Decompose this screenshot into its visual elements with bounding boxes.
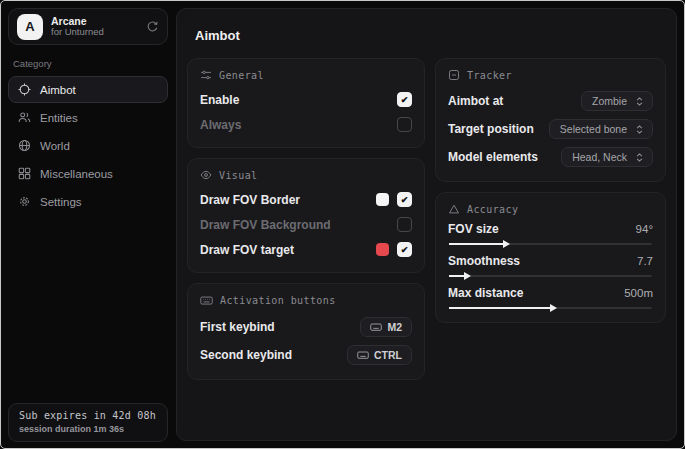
setting-label: First keybind [200,320,275,334]
aimbot-at-select[interactable]: Zombie [581,91,653,111]
slider-value: 500m [624,287,653,299]
logo-card: A Arcane for Unturned [8,8,168,45]
card-header-label: General [219,70,264,81]
app-logo: A [17,14,43,40]
setting-label: Target position [448,122,534,136]
subscription-expiry: Sub expires in 42d 08h [19,410,157,421]
subscription-card: Sub expires in 42d 08h session duration … [8,403,168,442]
users-icon [18,111,31,124]
max-distance-slider[interactable] [449,307,652,309]
sidebar-item-label: World [40,140,70,152]
unfold-icon [634,96,645,107]
setting-label: FOV size [448,222,499,236]
setting-row-max-distance: Max distance 500m [448,286,653,309]
sync-icon[interactable] [146,20,159,33]
setting-row-smoothness: Smoothness 7.7 [448,254,653,277]
setting-label: Max distance [448,286,523,300]
eye-icon [200,169,212,181]
crosshair-icon [18,83,31,96]
slider-thumb[interactable] [503,240,510,248]
setting-label: Draw FOV Border [200,193,300,207]
keyboard-icon [200,294,213,307]
setting-label: Second keybind [200,348,292,362]
setting-label: Enable [200,93,239,107]
select-value: Selected bone [560,123,627,135]
second-keybind-button[interactable]: CTRL [347,345,412,365]
smoothness-slider[interactable] [449,275,652,277]
setting-label: Draw FOV target [200,243,294,257]
setting-row-aimbot-at: Aimbot at Zombie [448,88,653,114]
setting-label: Model elements [448,150,538,164]
sidebar-item-label: Settings [40,196,82,208]
fov-size-slider[interactable] [449,243,652,245]
setting-label: Always [200,118,241,132]
sidebar-item-label: Miscellaneous [40,168,113,180]
card-header-label: Accuracy [467,204,518,215]
setting-row-fov-size: FOV size 94° [448,222,653,245]
app-subtitle: for Unturned [51,27,138,38]
sidebar-item-miscellaneous[interactable]: Miscellaneous [8,160,168,187]
model-elements-select[interactable]: Head, Neck [561,147,653,167]
sliders-icon [200,69,212,81]
gear-icon [18,195,31,208]
fov-border-checkbox[interactable] [397,192,412,207]
setting-row-fov-border: Draw FOV Border [200,188,412,211]
sidebar-nav: Aimbot Entities World [8,76,168,215]
category-label: Category [13,58,163,69]
first-keybind-button[interactable]: M2 [360,317,412,337]
keyboard-icon [357,349,369,361]
fov-target-checkbox[interactable] [397,242,412,257]
color-swatch[interactable] [376,243,389,256]
session-duration: session duration 1m 36s [19,424,157,434]
keybind-value: CTRL [374,349,402,361]
grid-icon [18,167,31,180]
enable-checkbox[interactable] [397,92,412,107]
setting-row-fov-target: Draw FOV target [200,238,412,261]
setting-label: Draw FOV Background [200,218,331,232]
tracker-card: Tracker Aimbot at Zombie Target posit [435,58,666,182]
activation-card: Activation buttons First keybind M2 S [187,283,425,380]
accuracy-card: Accuracy FOV size 94° Smoothne [435,192,666,323]
sidebar-item-label: Entities [40,112,78,124]
fov-background-checkbox[interactable] [397,217,412,232]
page-title: Aimbot [195,28,658,43]
slider-thumb[interactable] [550,304,557,312]
slider-value: 94° [636,223,653,235]
target-position-select[interactable]: Selected bone [549,119,653,139]
unfold-icon [634,124,645,135]
sidebar-item-entities[interactable]: Entities [8,104,168,131]
triangle-icon [448,203,460,215]
scan-icon [448,69,460,81]
slider-value: 7.7 [637,255,653,267]
globe-icon [18,139,31,152]
setting-label: Aimbot at [448,94,503,108]
keybind-value: M2 [387,321,402,333]
setting-row-enable: Enable [200,88,412,111]
setting-label: Smoothness [448,254,520,268]
setting-row-model-elements: Model elements Head, Neck [448,144,653,170]
color-swatch[interactable] [376,193,389,206]
unfold-icon [634,152,645,163]
select-value: Zombie [592,95,627,107]
card-header-label: Activation buttons [220,295,336,306]
setting-row-target-position: Target position Selected bone [448,116,653,142]
sidebar-item-label: Aimbot [40,84,76,96]
always-checkbox[interactable] [397,117,412,132]
select-value: Head, Neck [572,151,627,163]
setting-row-always: Always [200,113,412,136]
sidebar: A Arcane for Unturned Category Aimbot [0,0,176,449]
setting-row-fov-background: Draw FOV Background [200,213,412,236]
sidebar-item-world[interactable]: World [8,132,168,159]
main-panel: Aimbot General Enable [176,8,677,441]
setting-row-first-keybind: First keybind M2 [200,314,412,340]
general-card: General Enable Always [187,58,425,148]
keyboard-icon [370,321,382,333]
sidebar-item-settings[interactable]: Settings [8,188,168,215]
slider-thumb[interactable] [464,272,471,280]
card-header-label: Visual [219,170,258,181]
sidebar-item-aimbot[interactable]: Aimbot [8,76,168,103]
visual-card: Visual Draw FOV Border Draw FOV Backgrou… [187,158,425,273]
card-header-label: Tracker [467,70,512,81]
setting-row-second-keybind: Second keybind CTRL [200,342,412,368]
